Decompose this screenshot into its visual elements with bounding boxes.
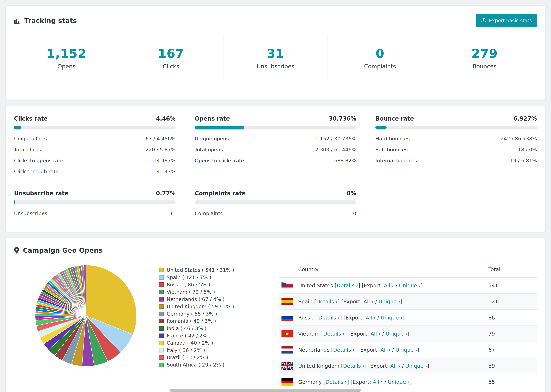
bracket: ] xyxy=(400,299,402,305)
legend-label: Italy ( 36 / 2% ) xyxy=(167,347,205,353)
export-all-link[interactable]: All › xyxy=(380,347,390,353)
geo-table-body: United States [Details ›] [Export: All ›… xyxy=(279,277,537,390)
export-all-link[interactable]: All › xyxy=(363,299,374,305)
stat-label: Bounces xyxy=(432,63,537,70)
map-pin-icon xyxy=(14,247,19,254)
stat-line-label: Total opens xyxy=(195,147,223,153)
details-link[interactable]: Details › xyxy=(323,331,345,337)
export-all-link[interactable]: All › xyxy=(370,331,381,337)
legend-label: Canada ( 40 / 2% ) xyxy=(167,340,213,346)
dotted-leader xyxy=(232,139,312,139)
country-name: Netherlands xyxy=(298,347,330,353)
stat-line: Opens to clicks rate 689.82% xyxy=(195,155,356,166)
separator: / xyxy=(374,299,379,305)
dotted-leader xyxy=(247,161,332,161)
stat-value: 167 xyxy=(119,47,223,60)
export-all-link[interactable]: All › xyxy=(373,379,383,385)
tracking-stats-title: Tracking stats xyxy=(14,17,77,24)
flag-cell xyxy=(279,309,296,326)
flag-cell xyxy=(279,294,296,309)
dotted-leader xyxy=(44,150,143,150)
rate-head: Unsubscribe rate 0.77% xyxy=(14,190,176,197)
legend-label: France ( 42 / 2% ) xyxy=(167,333,211,339)
country-cell: Vietnam [Details ›] [Export: All › / Uni… xyxy=(296,326,486,342)
geo-table-header-row: Country Total xyxy=(279,262,537,277)
export-basic-stats-button[interactable]: Export basic stats xyxy=(476,14,537,27)
stat-box: 1,152 Opens xyxy=(14,34,119,81)
horizontal-scrollbar-thumb[interactable] xyxy=(170,389,361,392)
stat-box: 167 Clicks xyxy=(119,34,224,81)
country-name: Vietnam xyxy=(298,331,320,337)
rate-title: Unsubscribe rate xyxy=(14,190,68,197)
stat-box: 0 Complaints xyxy=(327,34,432,81)
country-flag xyxy=(282,378,293,386)
country-total: 59 xyxy=(486,358,537,374)
details-link[interactable]: Details › xyxy=(333,347,355,353)
stat-line-label: Hard bounces xyxy=(375,136,410,142)
dotted-leader xyxy=(49,139,140,139)
export-unique-link[interactable]: Unique › xyxy=(405,363,427,369)
rate-value: 0.77% xyxy=(156,190,176,197)
bracket: ] xyxy=(421,283,423,288)
stat-line-label: Unique opens xyxy=(195,136,229,142)
progress-fill xyxy=(14,200,15,204)
export-all-link[interactable]: All › xyxy=(384,283,394,288)
legend-item: United Kingdom ( 59 / 3% ) xyxy=(159,303,234,310)
export-all-link[interactable]: All › xyxy=(390,363,400,369)
export-basic-stats-label: Export basic stats xyxy=(489,18,532,23)
details-link[interactable]: Details › xyxy=(343,363,365,369)
details-link[interactable]: Details › xyxy=(337,283,358,288)
clicks-rate-section: Clicks rate 4.46% Unique clicks 167 / 4.… xyxy=(14,115,176,177)
legend-item: Italy ( 36 / 2% ) xyxy=(159,347,234,354)
export-unique-link[interactable]: Unique › xyxy=(388,379,410,385)
rate-head: Bounce rate 6.927% xyxy=(375,115,537,122)
stat-line: Total clicks 220 / 5.87% xyxy=(14,144,176,155)
country-total: 67 xyxy=(486,342,537,358)
details-link[interactable]: Details › xyxy=(318,315,340,321)
stat-line: Hard bounces 242 / 86.738% xyxy=(375,133,537,144)
legend-item: Spain ( 121 / 7% ) xyxy=(159,274,234,281)
flag-cell xyxy=(279,358,296,374)
table-row: United States [Details ›] [Export: All ›… xyxy=(279,277,537,294)
stat-line-label: Internal bounces xyxy=(375,158,417,163)
bracket: ] [ xyxy=(354,347,360,353)
legend-item: Russia ( 86 / 5% ) xyxy=(159,281,234,288)
legend-swatch xyxy=(159,348,164,352)
export-unique-link[interactable]: Unique › xyxy=(396,347,417,353)
export-unique-link[interactable]: Unique › xyxy=(399,283,421,288)
progress-fill xyxy=(14,126,21,129)
legend-label: India ( 46 / 3% ) xyxy=(167,325,206,331)
tracking-stats-card: Tracking stats Export basic stats 1,152 … xyxy=(6,6,545,100)
rate-rows: Complaints 0 xyxy=(195,208,356,219)
country-cell: United States [Details ›] [Export: All ›… xyxy=(296,277,486,294)
dotted-leader xyxy=(66,161,151,161)
legend-item: Germany ( 55 / 3% ) xyxy=(159,310,234,318)
bar-chart-icon xyxy=(14,17,21,24)
progress-track xyxy=(195,200,356,204)
tracking-stats-header: Tracking stats Export basic stats xyxy=(6,6,545,34)
export-all-link[interactable]: All › xyxy=(366,315,376,321)
tracking-stats-title-text: Tracking stats xyxy=(24,17,77,24)
export-unique-link[interactable]: Unique › xyxy=(381,315,403,321)
bracket: ] xyxy=(407,331,410,337)
export-unique-link[interactable]: Unique › xyxy=(386,331,407,337)
dotted-leader xyxy=(420,161,507,161)
rates-grid: Clicks rate 4.46% Unique clicks 167 / 4.… xyxy=(14,115,537,219)
export-label: Export: xyxy=(343,299,363,305)
legend-item: Romania ( 49 / 3% ) xyxy=(159,317,234,325)
legend-swatch xyxy=(159,312,164,316)
legend-item: United States ( 541 / 31% ) xyxy=(159,266,234,274)
rate-head: Opens rate 30.736% xyxy=(195,115,356,122)
flag-cell xyxy=(279,342,296,358)
export-unique-link[interactable]: Unique › xyxy=(379,299,400,305)
country-flag xyxy=(282,282,293,289)
details-link[interactable]: Details › xyxy=(325,379,347,385)
legend-swatch xyxy=(159,275,164,280)
separator: / xyxy=(394,283,399,288)
rate-value: 0% xyxy=(347,190,356,197)
details-link[interactable]: Details › xyxy=(316,299,338,305)
country-name: United States xyxy=(298,283,333,288)
geo-header: Campaign Geo Opens xyxy=(6,238,545,259)
legend-label: Russia ( 86 / 5% ) xyxy=(167,282,210,287)
bracket: [ xyxy=(313,299,316,305)
